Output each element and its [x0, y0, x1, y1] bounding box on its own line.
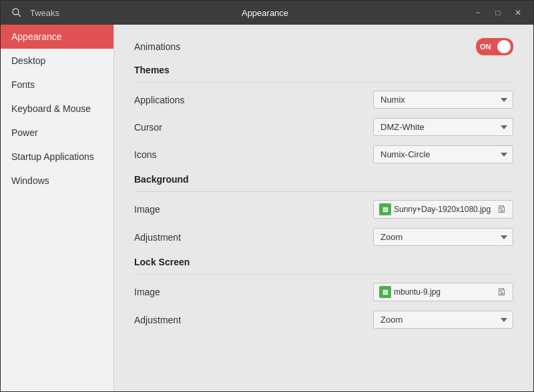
lockscreen-adjustment-row: Adjustment Zoom Stretched Centered Scale…: [134, 311, 513, 329]
icons-control: Numix-Circle Adwaita Breeze Papirus: [268, 145, 513, 163]
animations-toggle[interactable]: ON: [476, 38, 513, 55]
sidebar-item-keyboard-mouse[interactable]: Keyboard & Mouse: [1, 97, 113, 121]
themes-heading: Themes: [134, 65, 513, 75]
lockscreen-adjustment-dropdown[interactable]: Zoom Stretched Centered Scaled Spanned N…: [373, 311, 513, 329]
toggle-on-label: ON: [480, 43, 491, 51]
applications-row: Applications Numix Adwaita Arc Breeze: [134, 91, 513, 109]
background-adjustment-dropdown[interactable]: Zoom Stretched Centered Scaled Spanned N…: [373, 228, 513, 246]
sidebar-item-power[interactable]: Power: [1, 121, 113, 145]
animations-row: Animations ON: [134, 38, 513, 55]
themes-separator: [134, 82, 513, 83]
icons-dropdown[interactable]: Numix-Circle Adwaita Breeze Papirus: [373, 145, 513, 163]
background-file-icon: ▤: [379, 203, 391, 215]
lockscreen-adjustment-control: Zoom Stretched Centered Scaled Spanned N…: [268, 311, 513, 329]
cursor-dropdown[interactable]: DMZ-White DMZ-Black Adwaita Breeze: [373, 118, 513, 136]
lockscreen-file-open-button[interactable]: 🖻: [495, 287, 507, 297]
toggle-knob: [497, 40, 511, 53]
icons-label: Icons: [134, 149, 268, 160]
window-controls: − □ ✕: [471, 5, 525, 20]
background-separator: [134, 191, 513, 192]
background-heading: Background: [134, 174, 513, 185]
content-area: Appearance Desktop Fonts Keyboard & Mous…: [1, 25, 533, 391]
sidebar-item-appearance[interactable]: Appearance: [1, 25, 113, 49]
app-window: Tweaks Appearance − □ ✕ Appearance Deskt…: [0, 0, 534, 392]
titlebar: Tweaks Appearance − □ ✕: [1, 1, 533, 25]
sidebar: Appearance Desktop Fonts Keyboard & Mous…: [1, 25, 114, 391]
lockscreen-adjustment-label: Adjustment: [134, 315, 268, 325]
background-file-open-button[interactable]: 🖻: [495, 204, 507, 215]
background-image-label: Image: [134, 204, 268, 215]
lockscreen-image-control: ▤ mbuntu-9.jpg 🖻: [268, 283, 513, 301]
background-image-file[interactable]: ▤ Sunny+Day-1920x1080.jpg 🖻: [373, 200, 513, 219]
background-adjustment-label: Adjustment: [134, 232, 268, 243]
sidebar-item-startup-applications[interactable]: Startup Applications: [1, 145, 113, 169]
sidebar-item-fonts[interactable]: Fonts: [1, 73, 113, 97]
sidebar-item-windows[interactable]: Windows: [1, 169, 113, 193]
background-image-control: ▤ Sunny+Day-1920x1080.jpg 🖻: [268, 200, 513, 219]
svg-point-0: [13, 9, 19, 15]
applications-control: Numix Adwaita Arc Breeze: [268, 91, 513, 109]
sidebar-item-desktop[interactable]: Desktop: [1, 49, 113, 73]
animations-control: ON: [268, 38, 513, 55]
lockscreen-file-name: mbuntu-9.jpg: [394, 287, 493, 297]
animations-label: Animations: [134, 41, 268, 52]
background-adjustment-row: Adjustment Zoom Stretched Centered Scale…: [134, 228, 513, 246]
lockscreen-image-file[interactable]: ▤ mbuntu-9.jpg 🖻: [373, 283, 513, 301]
minimize-button[interactable]: −: [471, 5, 485, 20]
close-button[interactable]: ✕: [511, 5, 525, 20]
lockscreen-image-label: Image: [134, 287, 268, 297]
svg-line-1: [18, 14, 21, 17]
lockscreen-heading: Lock Screen: [134, 257, 513, 267]
search-icon[interactable]: [9, 5, 25, 21]
cursor-row: Cursor DMZ-White DMZ-Black Adwaita Breez…: [134, 118, 513, 136]
applications-label: Applications: [134, 95, 268, 105]
lockscreen-separator: [134, 274, 513, 275]
window-title: Appearance: [59, 8, 471, 18]
restore-button[interactable]: □: [491, 5, 505, 20]
lockscreen-image-row: Image ▤ mbuntu-9.jpg 🖻: [134, 283, 513, 301]
background-adjustment-control: Zoom Stretched Centered Scaled Spanned N…: [268, 228, 513, 246]
background-file-name: Sunny+Day-1920x1080.jpg: [394, 205, 493, 214]
app-name: Tweaks: [30, 8, 59, 18]
main-panel: Animations ON Themes Applications Numix …: [114, 25, 533, 391]
applications-dropdown[interactable]: Numix Adwaita Arc Breeze: [373, 91, 513, 109]
cursor-control: DMZ-White DMZ-Black Adwaita Breeze: [268, 118, 513, 136]
lockscreen-file-icon: ▤: [379, 286, 391, 298]
icons-row: Icons Numix-Circle Adwaita Breeze Papiru…: [134, 145, 513, 163]
background-image-row: Image ▤ Sunny+Day-1920x1080.jpg 🖻: [134, 200, 513, 219]
cursor-label: Cursor: [134, 122, 268, 133]
